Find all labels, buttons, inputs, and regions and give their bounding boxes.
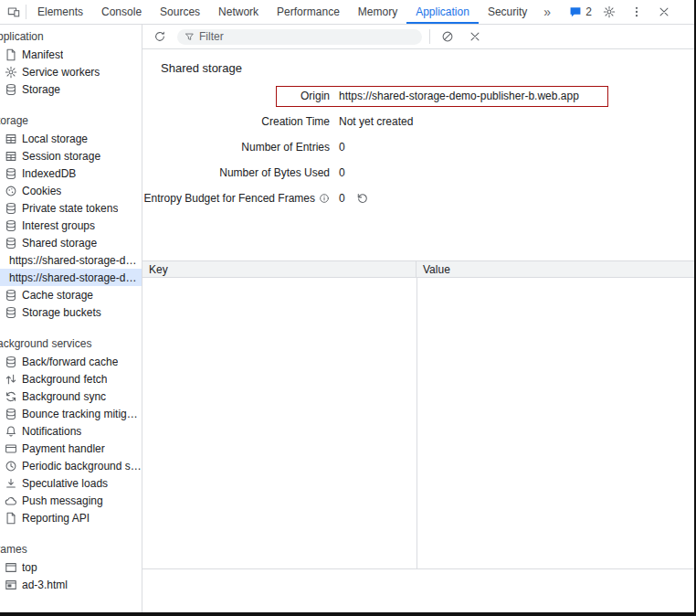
cloud-icon xyxy=(5,494,17,507)
sidebar-item-label: Storage buckets xyxy=(22,306,101,319)
gear-icon xyxy=(603,5,616,18)
sidebar-item-cookies[interactable]: Cookies xyxy=(0,182,142,199)
info-icon[interactable] xyxy=(319,193,330,204)
issues-icon xyxy=(569,5,582,18)
section-title: Storage xyxy=(0,112,142,130)
sidebar-item-interest-groups[interactable]: Interest groups xyxy=(0,217,142,234)
close-icon xyxy=(469,30,481,43)
field-label: Number of Bytes Used xyxy=(142,166,330,179)
sidebar-item-label: Speculative loads xyxy=(22,477,108,490)
sidebar-item-reporting-api[interactable]: Reporting API xyxy=(0,509,142,526)
close-filter-button[interactable] xyxy=(465,27,485,47)
field-value: 0 xyxy=(339,192,345,205)
sidebar-item-payment-handler[interactable]: Payment handler xyxy=(0,440,142,457)
sidebar-item-manifest[interactable]: Manifest xyxy=(0,46,142,63)
issues-counter[interactable]: 2 xyxy=(569,5,592,18)
menu-button[interactable] xyxy=(627,2,647,22)
sidebar-item-shared-storage[interactable]: Shared storage xyxy=(0,234,142,251)
field-label: Entropy Budget for Fenced Frames xyxy=(142,192,330,205)
sidebar-item-label: Local storage xyxy=(22,133,88,145)
sidebar-item-label: Payment handler xyxy=(22,442,105,455)
tab-sources[interactable]: Sources xyxy=(151,0,209,24)
sidebar-item-label: top xyxy=(22,561,37,574)
sidebar-item-storage-buckets[interactable]: Storage buckets xyxy=(0,303,142,321)
table-icon xyxy=(5,150,17,163)
shared-storage-panel: Shared storage Originhttps://shared-stor… xyxy=(142,25,694,612)
reset-icon[interactable] xyxy=(356,192,369,205)
filter-input[interactable] xyxy=(199,30,418,43)
tab-memory[interactable]: Memory xyxy=(349,0,406,24)
field-value: https://shared-storage-demo-publisher-b.… xyxy=(339,90,579,102)
sidebar-item-push-messaging[interactable]: Push messaging xyxy=(0,492,142,509)
sidebar-item-background-sync[interactable]: Background sync xyxy=(0,388,142,405)
sidebar-item-label: Cache storage xyxy=(22,289,93,302)
kebab-menu-icon xyxy=(630,5,643,18)
bell-icon xyxy=(5,425,17,438)
toggle-device-toolbar-button[interactable] xyxy=(4,2,24,22)
database-icon xyxy=(5,219,17,232)
sidebar-item-local-storage[interactable]: Local storage xyxy=(0,130,142,147)
devtools-window: ElementsConsoleSourcesNetworkPerformance… xyxy=(0,0,696,616)
sidebar-section-background-services: Background servicesBack/forward cacheBac… xyxy=(0,335,142,526)
devtools-tabbar: ElementsConsoleSourcesNetworkPerformance… xyxy=(0,0,694,25)
column-header-key: Key xyxy=(142,261,417,277)
tab-security[interactable]: Security xyxy=(479,0,536,24)
tab-console[interactable]: Console xyxy=(92,0,151,24)
sidebar-item-label: Shared storage xyxy=(22,237,97,250)
sidebar-item-https-shared-storage-d[interactable]: https://shared-storage-d… xyxy=(0,251,142,269)
sidebar-item-top[interactable]: top xyxy=(0,558,142,576)
sidebar-item-indexeddb[interactable]: IndexedDB xyxy=(0,165,142,182)
sidebar-section-frames: Framestopad-3.html xyxy=(0,541,142,593)
sidebar-item-cache-storage[interactable]: Cache storage xyxy=(0,286,142,303)
card-icon xyxy=(5,442,17,455)
tab-performance[interactable]: Performance xyxy=(268,0,349,24)
sidebar-item-label: Background sync xyxy=(22,390,106,403)
tab-application[interactable]: Application xyxy=(406,0,479,24)
refresh-button[interactable] xyxy=(150,27,170,47)
sidebar-item-background-fetch[interactable]: Background fetch xyxy=(0,370,142,388)
filter-icon xyxy=(185,32,195,42)
database-icon xyxy=(5,306,17,319)
sidebar-item-https-shared-storage-d[interactable]: https://shared-storage-d… xyxy=(0,269,142,286)
table-body xyxy=(142,278,694,569)
section-title: Application xyxy=(0,28,142,46)
issues-count: 2 xyxy=(585,5,592,18)
settings-button[interactable] xyxy=(599,2,619,22)
field-label: Creation Time xyxy=(142,115,330,128)
sidebar-item-label: Notifications xyxy=(22,425,81,438)
more-tabs-button[interactable]: » xyxy=(536,5,558,19)
sidebar-item-session-storage[interactable]: Session storage xyxy=(0,147,142,165)
sidebar-item-label: Back/forward cache xyxy=(22,356,118,368)
sidebar-item-private-state-tokens[interactable]: Private state tokens xyxy=(0,199,142,217)
sync-icon xyxy=(5,390,17,403)
filter-box[interactable] xyxy=(177,29,422,45)
database-icon xyxy=(5,408,17,420)
page-title: Shared storage xyxy=(161,60,694,76)
sidebar-item-periodic-background-s[interactable]: Periodic background s… xyxy=(0,457,142,474)
sidebar-item-label: Manifest xyxy=(22,48,63,61)
sidebar-item-label: Session storage xyxy=(22,150,100,163)
sidebar-item-label: Reporting API xyxy=(22,512,90,525)
close-devtools-button[interactable] xyxy=(654,2,674,22)
field-row-entropy-budget-for-fenced-frames: Entropy Budget for Fenced Frames0 xyxy=(142,186,694,211)
database-icon xyxy=(5,237,17,250)
sidebar-item-storage[interactable]: Storage xyxy=(0,80,142,98)
sidebar-item-label: Bounce tracking mitiga… xyxy=(22,408,142,420)
sidebar-item-label: Periodic background s… xyxy=(22,460,142,473)
field-value: 0 xyxy=(339,141,345,154)
clock-icon xyxy=(5,460,17,473)
sidebar-item-notifications[interactable]: Notifications xyxy=(0,422,142,440)
sidebar-item-label: Push messaging xyxy=(22,494,103,507)
sidebar-item-label: Cookies xyxy=(22,185,61,197)
sidebar-item-service-workers[interactable]: Service workers xyxy=(0,63,142,80)
sidebar-section-application: ApplicationManifestService workersStorag… xyxy=(0,28,142,98)
field-value: 0 xyxy=(339,166,345,179)
sidebar-item-label: https://shared-storage-d… xyxy=(9,254,136,267)
tab-network[interactable]: Network xyxy=(209,0,268,24)
sidebar-item-speculative-loads[interactable]: Speculative loads xyxy=(0,474,142,492)
tab-elements[interactable]: Elements xyxy=(28,0,92,24)
sidebar-item-back-forward-cache[interactable]: Back/forward cache xyxy=(0,353,142,370)
sidebar-item-bounce-tracking-mitiga[interactable]: Bounce tracking mitiga… xyxy=(0,405,142,422)
sidebar-item-ad-3-html[interactable]: ad-3.html xyxy=(0,576,142,593)
clear-all-button[interactable] xyxy=(438,27,458,47)
